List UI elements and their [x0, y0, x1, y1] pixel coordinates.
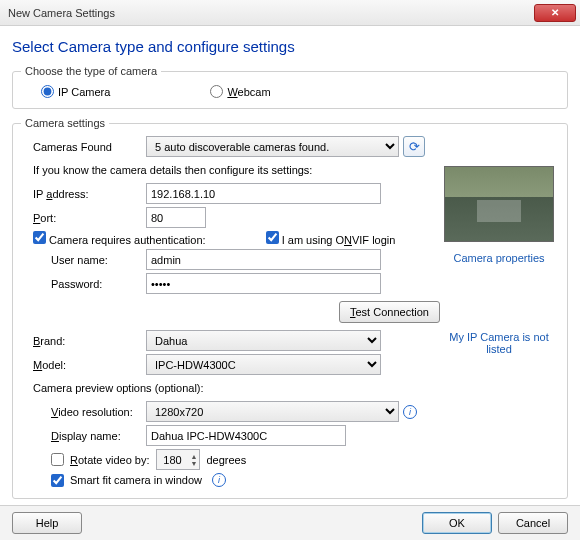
model-select[interactable]: IPC-HDW4300C: [146, 354, 381, 375]
auth-checkbox-label[interactable]: Camera requires authentication:: [33, 231, 206, 246]
port-input[interactable]: [146, 207, 206, 228]
ip-camera-radio-label[interactable]: IP Camera: [41, 85, 110, 98]
cancel-button[interactable]: Cancel: [498, 512, 568, 534]
dialog-footer: Help OK Cancel: [0, 505, 580, 540]
ip-address-input[interactable]: [146, 183, 381, 204]
camera-type-legend: Choose the type of camera: [21, 65, 161, 77]
page-heading: Select Camera type and configure setting…: [12, 38, 568, 55]
refresh-button[interactable]: ⟳: [403, 136, 425, 157]
camera-type-group: Choose the type of camera IP Camera Webc…: [12, 65, 568, 109]
help-button[interactable]: Help: [12, 512, 82, 534]
auth-checkbox[interactable]: [33, 231, 46, 244]
display-name-label: Display name:: [21, 430, 146, 442]
onvif-checkbox-label[interactable]: I am using ONVIF login: [266, 231, 396, 246]
onvif-text: I am using ONVIF login: [282, 234, 396, 246]
rotate-checkbox[interactable]: [51, 453, 64, 466]
model-label: Model:: [21, 359, 146, 371]
webcam-radio[interactable]: [210, 85, 223, 98]
close-icon: ✕: [551, 7, 559, 18]
rotate-spinner[interactable]: ▲▼: [156, 449, 201, 470]
window-title: New Camera Settings: [8, 7, 115, 19]
auth-text: Camera requires authentication:: [49, 234, 206, 246]
ip-camera-text: IP Camera: [58, 86, 110, 98]
cameras-found-label: Cameras Found: [21, 141, 146, 153]
brand-label: Brand:: [21, 335, 146, 347]
onvif-checkbox[interactable]: [266, 231, 279, 244]
camera-properties-link[interactable]: Camera properties: [453, 252, 544, 264]
camera-settings-group: Camera settings Cameras Found 5 auto dis…: [12, 117, 568, 499]
password-label: Password:: [21, 278, 146, 290]
brand-select[interactable]: Dahua: [146, 330, 381, 351]
title-bar: New Camera Settings ✕: [0, 0, 580, 26]
camera-preview-image: [444, 166, 554, 242]
smartfit-checkbox[interactable]: [51, 474, 64, 487]
password-input[interactable]: [146, 273, 381, 294]
username-input[interactable]: [146, 249, 381, 270]
webcam-radio-label[interactable]: Webcam: [210, 85, 270, 98]
close-button[interactable]: ✕: [534, 4, 576, 22]
ok-button[interactable]: OK: [422, 512, 492, 534]
spinner-arrows-icon[interactable]: ▲▼: [189, 453, 200, 467]
ip-camera-radio[interactable]: [41, 85, 54, 98]
username-label: User name:: [21, 254, 146, 266]
video-resolution-select[interactable]: 1280x720: [146, 401, 399, 422]
details-note: If you know the camera details then conf…: [21, 160, 431, 180]
port-label: Port:: [21, 212, 146, 224]
camera-settings-legend: Camera settings: [21, 117, 109, 129]
webcam-text: Webcam: [227, 86, 270, 98]
video-resolution-label: Video resolution:: [21, 406, 146, 418]
rotate-value-input[interactable]: [157, 451, 189, 468]
not-listed-link[interactable]: My IP Camera is not listed: [439, 331, 559, 355]
smartfit-label: Smart fit camera in window: [70, 474, 202, 486]
info-icon[interactable]: i: [212, 473, 226, 487]
degrees-label: degrees: [206, 454, 246, 466]
refresh-icon: ⟳: [409, 139, 420, 154]
test-connection-button[interactable]: Test Connection: [339, 301, 440, 323]
rotate-label: Rotate video by:: [70, 454, 150, 466]
preview-options-heading: Camera preview options (optional):: [21, 378, 559, 398]
display-name-input[interactable]: [146, 425, 346, 446]
cameras-found-select[interactable]: 5 auto discoverable cameras found.: [146, 136, 399, 157]
info-icon[interactable]: i: [403, 405, 417, 419]
ip-address-label: IP address:: [21, 188, 146, 200]
